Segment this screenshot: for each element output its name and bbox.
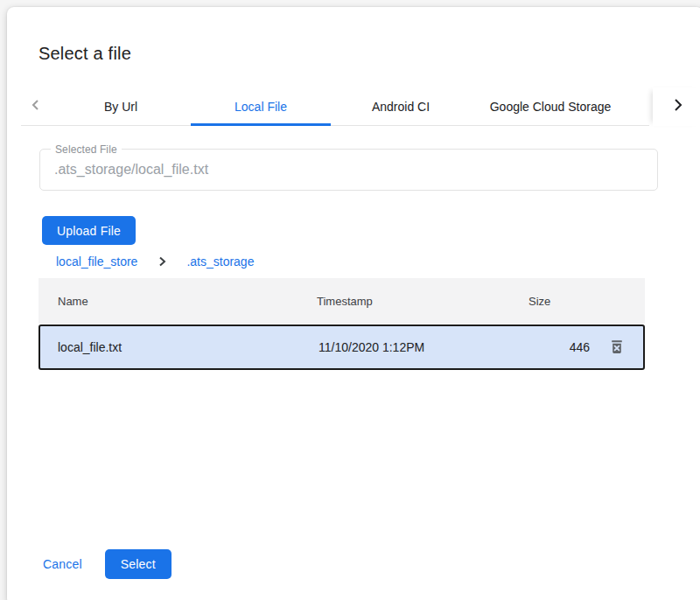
file-timestamp-cell: 11/10/2020 1:12PM (318, 340, 530, 354)
breadcrumb-item-ats-storage[interactable]: .ats_storage (186, 255, 254, 269)
tab-label: By Url (104, 100, 137, 114)
tabs-scroll-right-button[interactable] (653, 87, 700, 126)
dialog-title: Select a file (38, 44, 131, 64)
tab-android-ci[interactable]: Android CI (331, 87, 471, 126)
selected-file-field: Selected File (39, 149, 658, 191)
table-row-local-file[interactable]: local_file.txt 11/10/2020 1:12PM 446 (38, 324, 645, 370)
tab-label: Local File (234, 100, 287, 114)
selected-file-input[interactable] (40, 162, 657, 178)
file-name-cell: local_file.txt (40, 340, 318, 354)
select-file-dialog: Select a file By Url Local File Android … (7, 7, 700, 600)
tab-label: Android CI (372, 100, 430, 114)
tab-google-cloud-storage[interactable]: Google Cloud Storage (471, 87, 630, 126)
column-header-timestamp: Timestamp (317, 295, 528, 308)
tab-by-url[interactable]: By Url (51, 87, 191, 126)
column-header-name: Name (38, 295, 317, 308)
breadcrumb: local_file_store .ats_storage (56, 255, 254, 269)
file-size-cell: 446 (530, 340, 590, 354)
column-header-size: Size (528, 295, 588, 308)
cancel-button[interactable]: Cancel (36, 550, 89, 578)
select-button[interactable]: Select (105, 549, 172, 579)
tab-bar: By Url Local File Android CI Google Clou… (21, 87, 700, 126)
tab-list: By Url Local File Android CI Google Clou… (51, 87, 653, 126)
breadcrumb-chevron-icon (157, 256, 167, 267)
tab-label: Google Cloud Storage (490, 100, 612, 114)
delete-file-button[interactable] (601, 331, 633, 363)
table-header-row: Name Timestamp Size (38, 278, 645, 324)
chevron-left-icon (30, 99, 42, 115)
selected-file-label: Selected File (51, 143, 122, 156)
chevron-right-icon (671, 98, 685, 115)
trash-delete-icon (609, 338, 625, 357)
tabs-scroll-left-button[interactable] (21, 87, 51, 126)
file-table: Name Timestamp Size local_file.txt 11/10… (38, 278, 645, 370)
dialog-footer: Cancel Select (36, 549, 172, 579)
tab-local-file[interactable]: Local File (191, 87, 331, 126)
breadcrumb-item-local-file-store[interactable]: local_file_store (56, 255, 137, 269)
upload-file-button[interactable]: Upload File (42, 216, 136, 245)
